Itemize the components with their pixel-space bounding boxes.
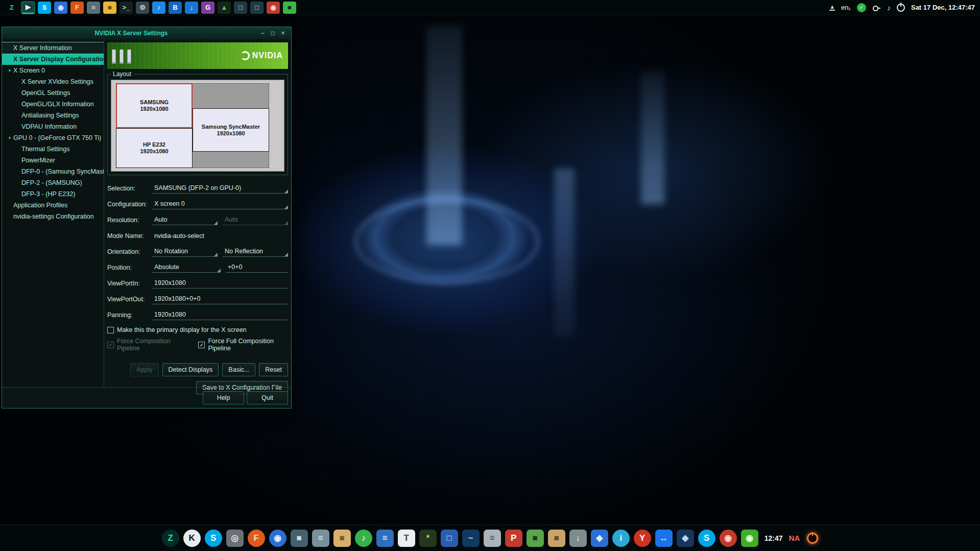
terminal-icon[interactable]: >_	[119, 2, 133, 14]
force-full-composition-pipeline-checkbox[interactable]: ✓ Force Full Composition Pipeline	[198, 338, 288, 352]
help-button[interactable]: Help	[203, 391, 244, 404]
sidebar-item-vdpau-information[interactable]: VDPAU Information	[2, 121, 104, 132]
window-titlebar[interactable]: NVIDIA X Server Settings − □ ×	[2, 27, 291, 39]
package-icon[interactable]: ■	[103, 2, 116, 14]
detect-displays-button[interactable]: Detect Displays	[162, 363, 219, 376]
terminal-window2-icon[interactable]: □	[250, 2, 264, 14]
volume-icon[interactable]: ♪	[887, 4, 891, 12]
configuration-dropdown[interactable]: X screen 0	[152, 199, 288, 209]
tree-expander-icon[interactable]: ▼	[6, 136, 13, 140]
keyboard-layout-indicator[interactable]: en₁	[841, 4, 851, 11]
quit-button[interactable]: Quit	[247, 391, 288, 404]
sidebar-item-powermizer[interactable]: PowerMizer	[2, 155, 104, 166]
maximize-button[interactable]: □	[268, 29, 278, 38]
downloads-dock-icon[interactable]: ↓	[569, 530, 587, 547]
database-icon[interactable]: ≡	[484, 530, 501, 547]
sidebar-item-dfp-0[interactable]: DFP-0 - (Samsung SyncMaster)	[2, 166, 104, 177]
sidebar-item-x-server-display-configuration[interactable]: X Server Display Configuration	[2, 54, 104, 65]
folder-dark-icon[interactable]: ■	[291, 530, 308, 547]
basic-button[interactable]: Basic...	[222, 363, 255, 376]
key-icon[interactable]	[872, 4, 881, 12]
develop-icon[interactable]: ◆	[677, 530, 694, 547]
skype2-dock-icon[interactable]: S	[698, 530, 715, 547]
nvidia-dock-icon[interactable]: ◉	[741, 530, 758, 547]
checkbox-icon[interactable]: ✓	[198, 342, 205, 348]
photos-folder-icon[interactable]: ■	[548, 530, 565, 547]
monitor-hp-e232[interactable]: HP E232 1920x1080	[116, 128, 193, 168]
folder-green-icon[interactable]: ■	[527, 530, 544, 547]
primary-display-checkbox[interactable]: Make this the primary display for the X …	[107, 326, 247, 333]
pepper-icon[interactable]: P	[505, 530, 522, 547]
volume-dock-icon[interactable]: ♪	[355, 530, 372, 547]
sidebar-item-gpu-0[interactable]: ▼ GPU 0 - (GeForce GTX 750 Ti)	[2, 132, 104, 143]
package-green-icon[interactable]: ■	[283, 2, 296, 14]
sidebar-item-opengl-glx-information[interactable]: OpenGL/GLX Information	[2, 99, 104, 110]
system-monitor-icon[interactable]: ▲	[218, 2, 231, 14]
sidebar-item-application-profiles[interactable]: Application Profiles	[2, 200, 104, 211]
terminal-window-icon[interactable]: □	[234, 2, 247, 14]
media-red-dock-icon[interactable]: ◉	[720, 530, 737, 547]
media-red-icon[interactable]: ◉	[267, 2, 280, 14]
checkbox-icon[interactable]	[107, 327, 114, 333]
tree-expander-icon[interactable]: ▼	[6, 68, 13, 73]
skype-dock-icon[interactable]: S	[205, 530, 222, 547]
sidebar-item-x-screen-0[interactable]: ▼ X Screen 0	[2, 65, 104, 76]
active-app-icon[interactable]: ▶	[21, 2, 35, 14]
power-icon[interactable]	[897, 4, 905, 12]
security-shield-icon[interactable]: ✓	[857, 3, 866, 12]
eject-icon[interactable]: ▲	[829, 4, 835, 11]
position-type-dropdown[interactable]: Absolute	[152, 262, 221, 273]
rotation-dropdown[interactable]: No Rotation	[152, 247, 218, 257]
resolution-dropdown[interactable]: Auto	[152, 215, 218, 225]
monitor-samsung-syncmaster[interactable]: Samsung SyncMaster 1920x1080	[193, 108, 269, 152]
text-editor-icon[interactable]: T	[398, 530, 415, 547]
window-manager-icon[interactable]: □	[441, 530, 458, 547]
office-doc-icon[interactable]: ≡	[376, 530, 394, 547]
chromium-icon[interactable]: ◉	[54, 2, 67, 14]
sidebar-item-antialiasing-settings[interactable]: Antialiasing Settings	[2, 110, 104, 121]
settings-gear-icon[interactable]: ⚙	[136, 2, 149, 14]
folder-tan-icon[interactable]: ■	[333, 530, 351, 547]
chromium-dock-icon[interactable]: ◉	[269, 530, 286, 547]
selection-dropdown[interactable]: SAMSUNG (DFP-2 on GPU-0)	[152, 183, 288, 194]
cube-icon[interactable]: ◆	[591, 530, 608, 547]
minimize-button[interactable]: −	[257, 29, 268, 38]
reflection-dropdown[interactable]: No Reflection	[223, 247, 288, 257]
sidebar-item-nvidia-settings-configuration[interactable]: nvidia-settings Configuration	[2, 211, 104, 222]
dock-power-icon[interactable]	[807, 533, 818, 544]
viewportin-input[interactable]: 1920x1080	[152, 278, 288, 289]
dock-clock[interactable]: 12:47	[764, 534, 783, 542]
zorin-dock-icon[interactable]: Z	[162, 530, 179, 547]
signal-icon[interactable]: ~	[462, 530, 480, 547]
plant-icon[interactable]: *	[419, 530, 437, 547]
accessibility-icon[interactable]: i	[612, 530, 630, 547]
sidebar-item-x-server-information[interactable]: X Server Information	[2, 42, 104, 54]
display-layout-board[interactable]: SAMSUNG 1920x1080 Samsung SyncMaster 192…	[111, 80, 284, 172]
sidebar-item-dfp-3[interactable]: DFP-3 - (HP E232)	[2, 188, 104, 200]
close-button[interactable]: ×	[278, 29, 288, 38]
firefox-dock-icon[interactable]: F	[248, 530, 265, 547]
teamviewer-icon[interactable]: ↔	[655, 530, 673, 547]
sidebar-item-opengl-settings[interactable]: OpenGL Settings	[2, 87, 104, 99]
reset-button[interactable]: Reset	[259, 363, 288, 376]
kde-dock-icon[interactable]: K	[183, 530, 201, 547]
file-manager-dock-icon[interactable]: ≡	[312, 530, 329, 547]
multimedia-icon[interactable]: Y	[634, 530, 651, 547]
monitor-samsung[interactable]: SAMSUNG 1920x1080	[116, 83, 193, 128]
skype-icon[interactable]: S	[38, 2, 51, 14]
files-icon[interactable]: ≡	[87, 2, 100, 14]
sidebar-item-xvideo-settings[interactable]: X Server XVideo Settings	[2, 76, 104, 87]
viewportout-input[interactable]: 1920x1080+0+0	[152, 294, 288, 304]
volume-icon[interactable]: ♪	[152, 2, 165, 14]
position-offset-input[interactable]: +0+0	[226, 262, 288, 273]
download-icon[interactable]: ↓	[185, 2, 198, 14]
firefox-icon[interactable]: F	[70, 2, 84, 14]
screenshot-tool-icon[interactable]: ◎	[226, 530, 244, 547]
zorin-menu-icon[interactable]: Z	[5, 2, 18, 14]
sidebar-item-dfp-2[interactable]: DFP-2 - (SAMSUNG)	[2, 177, 104, 188]
bluetooth-icon[interactable]: B	[169, 2, 182, 14]
panel-clock[interactable]: Sat 17 Dec, 12:47:47	[911, 4, 975, 11]
panning-input[interactable]: 1920x1080	[152, 310, 288, 320]
sidebar-item-thermal-settings[interactable]: Thermal Settings	[2, 143, 104, 155]
media-purple-icon[interactable]: G	[201, 2, 214, 14]
